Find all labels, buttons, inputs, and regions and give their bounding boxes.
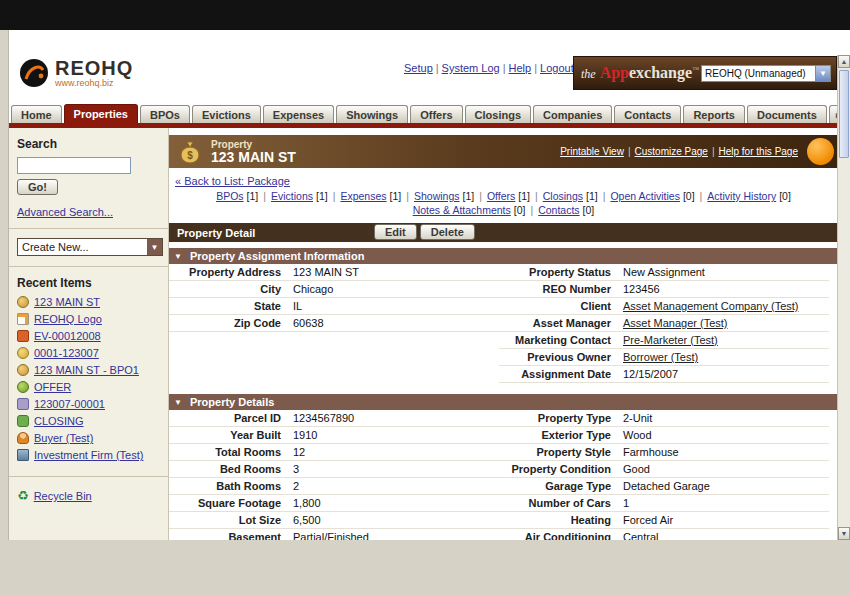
nav-link-logout[interactable]: Logout [540, 62, 574, 74]
recycle-bin-link[interactable]: Recycle Bin [34, 490, 92, 502]
app-menu-select[interactable]: REOHQ (Unmanaged) ▼ [701, 65, 831, 82]
create-new-dropdown[interactable]: Create New... ▼ [17, 238, 163, 256]
advanced-search-link[interactable]: Advanced Search... [17, 206, 113, 218]
tab-documents[interactable]: Documents [747, 105, 827, 123]
field-row: Bed Rooms3 [169, 461, 499, 478]
recent-item[interactable]: Buyer (Test) [17, 432, 160, 444]
field-value: New Assignment [623, 266, 705, 278]
tab-home[interactable]: Home [11, 105, 62, 123]
related-link-activity-history[interactable]: Activity History [707, 190, 776, 202]
field-value: Wood [623, 429, 652, 441]
tab-reports[interactable]: Reports [683, 105, 745, 123]
field-value-link[interactable]: Asset Management Company (Test) [623, 300, 798, 312]
field-value: Partial/Finished [293, 531, 369, 540]
tab-closings[interactable]: Closings [465, 105, 531, 123]
tab-bpos[interactable]: BPOs [140, 105, 190, 123]
field-value: 12 [293, 446, 305, 458]
appexchange-logo: the Appexchange™ [579, 64, 701, 82]
field-label: Lot Size [169, 514, 293, 526]
section-header-property-details[interactable]: ▼ Property Details [169, 394, 838, 410]
recent-item-link[interactable]: 123007-00001 [34, 398, 105, 410]
tab-showings[interactable]: Showings [336, 105, 408, 123]
recent-item-link[interactable]: 123 MAIN ST [34, 296, 100, 308]
recent-item-link[interactable]: 123 MAIN ST - BPO1 [34, 364, 139, 376]
tab-properties[interactable]: Properties [64, 104, 138, 123]
logo-text: REOHQ [55, 58, 133, 78]
nav-link-system-log[interactable]: System Log [442, 62, 500, 74]
related-link-bpos[interactable]: BPOs [216, 190, 243, 202]
nav-link-setup[interactable]: Setup [404, 62, 433, 74]
related-link-expenses[interactable]: Expenses [340, 190, 386, 202]
tab-evictions[interactable]: Evictions [192, 105, 261, 123]
field-value-link[interactable]: Asset Manager (Test) [623, 317, 728, 329]
detail-buttons: EditDelete [374, 224, 475, 240]
recent-item-link[interactable]: Buyer (Test) [34, 432, 93, 444]
global-nav-links: Setup|System Log|Help|Logout [401, 62, 577, 74]
related-link-showings[interactable]: Showings [414, 190, 460, 202]
related-link-evictions[interactable]: Evictions [271, 190, 313, 202]
tab-companies[interactable]: Companies [533, 105, 612, 123]
field-row: HeatingForced Air [499, 512, 829, 529]
related-link-contacts[interactable]: Contacts [538, 204, 579, 216]
create-new-label: Create New... [18, 241, 147, 253]
search-input[interactable] [17, 157, 131, 174]
field-row: Property Address123 MAIN ST [169, 264, 499, 281]
field-value: Chicago [293, 283, 333, 295]
recycle-bin-icon: ♻ [17, 490, 29, 502]
recent-item[interactable]: REOHQ Logo [17, 313, 160, 325]
field-row: BasementPartial/Finished [169, 529, 499, 540]
help-for-this-page-link[interactable]: Help for this Page [719, 146, 799, 157]
field-row: Square Footage1,800 [169, 495, 499, 512]
field-label: Zip Code [169, 317, 293, 329]
related-link-closings[interactable]: Closings [543, 190, 583, 202]
field-label: Bath Rooms [169, 480, 293, 492]
recent-item[interactable]: 123007-00001 [17, 398, 160, 410]
field-value-link[interactable]: Pre-Marketer (Test) [623, 334, 718, 346]
recent-item[interactable]: 123 MAIN ST [17, 296, 160, 308]
search-title: Search [17, 137, 160, 151]
tab-contacts[interactable]: Contacts [614, 105, 681, 123]
field-row: CityChicago [169, 281, 499, 298]
closing-doc-icon [17, 398, 29, 410]
section-header-property-assignment-information[interactable]: ▼ Property Assignment Information [169, 248, 838, 264]
recent-item-link[interactable]: CLOSING [34, 415, 84, 427]
recent-item-link[interactable]: OFFER [34, 381, 71, 393]
recent-item-link[interactable]: REOHQ Logo [34, 313, 102, 325]
back-to-list-link[interactable]: « Back to List: Package [175, 175, 290, 187]
field-row: Exterior TypeWood [499, 427, 829, 444]
related-list-shortcuts-row2: Notes & Attachments[0]|Contacts[0] [169, 203, 838, 217]
scroll-up-icon[interactable]: ▲ [838, 55, 850, 68]
recent-item[interactable]: EV-00012008 [17, 330, 160, 342]
vertical-scrollbar[interactable]: ▲ ▼ [837, 55, 850, 540]
nav-link-help[interactable]: Help [509, 62, 532, 74]
recent-item[interactable]: 0001-123007 [17, 347, 160, 359]
field-label: Client [499, 300, 623, 312]
tab-expenses[interactable]: Expenses [263, 105, 334, 123]
recent-item-link[interactable]: EV-00012008 [34, 330, 101, 342]
scrollbar-thumb[interactable] [839, 70, 849, 158]
recent-item[interactable]: CLOSING [17, 415, 160, 427]
customize-page-link[interactable]: Customize Page [635, 146, 708, 157]
svg-text:$: $ [187, 150, 193, 161]
sidebar-recent-section: Recent Items 123 MAIN STREOHQ LogoEV-000… [9, 267, 168, 477]
tab-offers[interactable]: Offers [410, 105, 462, 123]
search-go-button[interactable]: Go! [17, 179, 58, 195]
related-link-open-activities[interactable]: Open Activities [610, 190, 679, 202]
recent-item-link[interactable]: Investment Firm (Test) [34, 449, 143, 461]
recent-item[interactable]: Investment Firm (Test) [17, 449, 160, 461]
field-value-link[interactable]: Borrower (Test) [623, 351, 698, 363]
recent-item-link[interactable]: 0001-123007 [34, 347, 99, 359]
recent-item[interactable]: 123 MAIN ST - BPO1 [17, 364, 160, 376]
sidebar-search-section: Search Go! Advanced Search... [9, 128, 168, 229]
delete-button[interactable]: Delete [420, 224, 475, 240]
related-link-notes-attachments[interactable]: Notes & Attachments [413, 204, 511, 216]
field-row: Parcel ID1234567890 [169, 410, 499, 427]
recent-items-list: 123 MAIN STREOHQ LogoEV-000120080001-123… [17, 296, 160, 461]
recent-item[interactable]: OFFER [17, 381, 160, 393]
scroll-down-icon[interactable]: ▼ [838, 527, 850, 540]
edit-button[interactable]: Edit [374, 224, 417, 240]
expense-icon [17, 347, 29, 359]
field-row: Property Type2-Unit [499, 410, 829, 427]
related-link-offers[interactable]: Offers [487, 190, 515, 202]
printable-view-link[interactable]: Printable View [560, 146, 624, 157]
